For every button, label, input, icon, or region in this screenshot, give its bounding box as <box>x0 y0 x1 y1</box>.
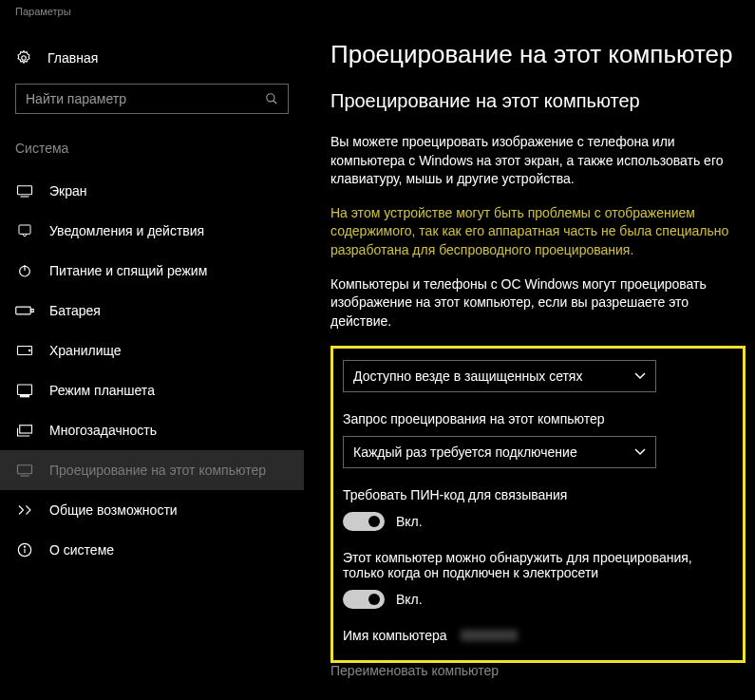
svg-point-11 <box>29 350 31 351</box>
sidebar-item-label: Питание и спящий режим <box>49 263 207 278</box>
shared-icon <box>15 502 34 518</box>
sidebar-item-multitask[interactable]: Многозадачность <box>15 410 304 450</box>
pc-name-value <box>461 630 518 641</box>
project-icon <box>15 464 34 477</box>
tablet-icon <box>15 383 34 398</box>
svg-rect-15 <box>18 465 32 474</box>
dropdown-value: Доступно везде в защищенных сетях <box>353 369 582 384</box>
svg-rect-13 <box>21 395 29 397</box>
svg-rect-3 <box>18 186 32 195</box>
warning-text: На этом устройстве могут быть проблемы с… <box>330 204 746 260</box>
search-field[interactable] <box>26 91 265 106</box>
sidebar-item-tablet[interactable]: Режим планшета <box>15 370 304 410</box>
battery-icon <box>15 305 34 316</box>
sidebar-item-label: Общие возможности <box>49 502 178 518</box>
home-button[interactable]: Главная <box>15 42 304 84</box>
pc-name-label: Имя компьютера <box>343 628 447 643</box>
chevron-down-icon <box>634 372 646 380</box>
multitask-icon <box>15 424 34 437</box>
sidebar-item-power[interactable]: Питание и спящий режим <box>15 251 304 291</box>
svg-rect-5 <box>19 225 30 234</box>
request-dropdown[interactable]: Каждый раз требуется подключение <box>343 436 656 468</box>
window-title: Параметры <box>0 0 755 23</box>
sidebar-item-about[interactable]: О системе <box>15 530 304 570</box>
search-icon <box>265 92 278 105</box>
toggle-state: Вкл. <box>396 592 423 607</box>
gear-icon <box>15 49 32 66</box>
svg-rect-8 <box>16 307 30 314</box>
search-input[interactable] <box>15 84 289 114</box>
home-label: Главная <box>47 50 98 66</box>
sidebar-item-battery[interactable]: Батарея <box>15 291 304 331</box>
svg-rect-12 <box>18 385 32 395</box>
description-text-2: Компьютеры и телефоны с ОС Windows могут… <box>330 275 746 331</box>
svg-point-18 <box>24 546 25 547</box>
info-icon <box>15 542 34 558</box>
pin-toggle[interactable] <box>343 512 385 531</box>
sidebar-item-projecting[interactable]: Проецирование на этот компьютер <box>0 450 304 490</box>
sidebar-item-shared[interactable]: Общие возможности <box>15 490 304 530</box>
availability-dropdown[interactable]: Доступно везде в защищенных сетях <box>343 360 656 392</box>
sidebar-item-display[interactable]: Экран <box>15 171 304 211</box>
sidebar: Главная Система Экран Уведомления и дейс… <box>0 23 304 700</box>
sidebar-item-label: О системе <box>49 542 114 558</box>
page-subtitle: Проецирование на этот компьютер <box>330 90 746 112</box>
sidebar-item-storage[interactable]: Хранилище <box>15 331 304 370</box>
main-content: Проецирование на этот компьютер Проециро… <box>304 23 755 700</box>
sidebar-item-notifications[interactable]: Уведомления и действия <box>15 211 304 251</box>
power-icon <box>15 263 34 278</box>
sidebar-item-label: Многозадачность <box>49 423 157 438</box>
svg-line-2 <box>274 101 277 104</box>
sidebar-item-label: Экран <box>49 183 87 199</box>
notification-icon <box>15 223 34 238</box>
svg-point-0 <box>22 56 27 61</box>
sidebar-item-label: Проецирование на этот компьютер <box>49 463 266 478</box>
rename-link[interactable]: Переименовать компьютер <box>330 663 746 678</box>
power-toggle[interactable] <box>343 590 385 609</box>
monitor-icon <box>15 184 34 198</box>
svg-point-1 <box>267 94 274 102</box>
sidebar-item-label: Хранилище <box>49 343 122 358</box>
highlighted-settings: Доступно везде в защищенных сетях Запрос… <box>330 346 746 663</box>
sidebar-item-label: Уведомления и действия <box>49 223 204 238</box>
pin-label: Требовать ПИН-код для связывания <box>343 487 733 502</box>
chevron-down-icon <box>634 448 646 456</box>
section-label: Система <box>15 141 304 156</box>
storage-icon <box>15 344 34 357</box>
svg-rect-14 <box>20 426 32 433</box>
power-label: Этот компьютер можно обнаружить для прое… <box>343 550 733 580</box>
svg-rect-9 <box>31 309 33 312</box>
description-text: Вы можете проецировать изображение с тел… <box>330 133 746 189</box>
toggle-state: Вкл. <box>396 514 423 529</box>
request-label: Запрос проецирования на этот компьютер <box>343 411 733 426</box>
sidebar-item-label: Батарея <box>49 303 101 318</box>
sidebar-item-label: Режим планшета <box>49 383 155 398</box>
page-title: Проецирование на этот компьютер <box>330 40 746 69</box>
dropdown-value: Каждый раз требуется подключение <box>353 445 577 460</box>
